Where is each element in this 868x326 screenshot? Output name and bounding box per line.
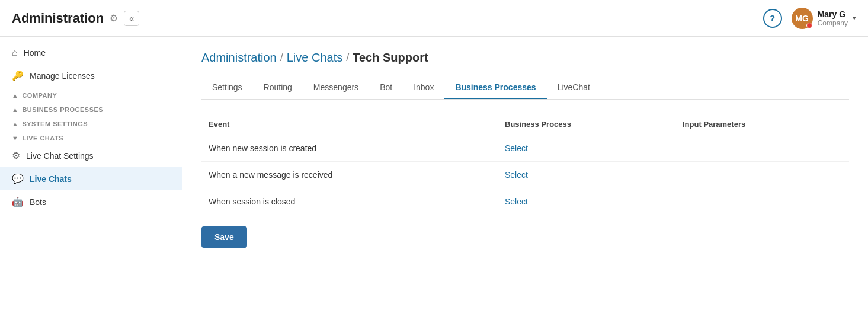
sidebar-item-bots[interactable]: 🤖 Bots bbox=[0, 190, 182, 213]
avatar: MG bbox=[792, 8, 813, 29]
sidebar-section-live-chats[interactable]: ▼ LIVE CHATS bbox=[0, 130, 182, 144]
breadcrumb: Administration / Live Chats / Tech Suppo… bbox=[201, 51, 849, 65]
table-row: When a new message is received Select bbox=[201, 162, 849, 188]
select-link-new-session[interactable]: Select bbox=[505, 143, 528, 153]
business-processes-arrow: ▲ bbox=[12, 106, 18, 113]
topbar: Administration ⚙ « ? MG Mary G Company ▾ bbox=[0, 0, 868, 37]
tab-messengers[interactable]: Messengers bbox=[303, 76, 369, 99]
input-params-session-closed bbox=[675, 188, 849, 215]
tabs: Settings Routing Messengers Bot Inbox Bu… bbox=[201, 76, 849, 100]
sidebar-item-live-chat-settings[interactable]: ⚙ Live Chat Settings bbox=[0, 144, 182, 167]
table-row: When session is closed Select bbox=[201, 188, 849, 215]
select-link-session-closed[interactable]: Select bbox=[505, 197, 528, 206]
user-company: Company bbox=[818, 19, 848, 27]
tab-livechat[interactable]: LiveChat bbox=[547, 76, 601, 99]
user-menu-chevron: ▾ bbox=[853, 14, 856, 22]
tab-routing[interactable]: Routing bbox=[253, 76, 303, 99]
input-params-new-message bbox=[675, 162, 849, 188]
tab-settings[interactable]: Settings bbox=[201, 76, 253, 99]
sidebar-label-live-chat-settings: Live Chat Settings bbox=[26, 151, 94, 161]
event-session-closed: When session is closed bbox=[201, 188, 498, 215]
input-params-new-session bbox=[675, 135, 849, 162]
breadcrumb-sep-1: / bbox=[280, 52, 283, 64]
main-layout: ⌂ Home 🔑 Manage Licenses ▲ COMPANY ▲ BUS… bbox=[0, 37, 868, 326]
tab-business-processes[interactable]: Business Processes bbox=[444, 76, 546, 99]
breadcrumb-sep-2: / bbox=[346, 52, 349, 64]
col-business-process: Business Process bbox=[498, 114, 675, 135]
sidebar-section-system-settings[interactable]: ▲ SYSTEM SETTINGS bbox=[0, 116, 182, 130]
license-icon: 🔑 bbox=[12, 70, 24, 81]
content-area: Administration / Live Chats / Tech Suppo… bbox=[182, 37, 868, 326]
live-chats-icon: 💬 bbox=[12, 173, 24, 184]
save-button[interactable]: Save bbox=[201, 226, 247, 248]
app-title: Administration bbox=[12, 11, 104, 26]
event-new-session: When new session is created bbox=[201, 135, 498, 162]
sidebar-section-business-processes[interactable]: ▲ BUSINESS PROCESSES bbox=[0, 101, 182, 116]
system-settings-label: SYSTEM SETTINGS bbox=[22, 120, 88, 127]
select-link-new-message[interactable]: Select bbox=[505, 170, 528, 180]
col-event: Event bbox=[201, 114, 498, 135]
event-new-message: When a new message is received bbox=[201, 162, 498, 188]
collapse-sidebar-button[interactable]: « bbox=[124, 11, 139, 26]
sidebar-item-manage-licenses[interactable]: 🔑 Manage Licenses bbox=[0, 64, 182, 87]
topbar-right: ? MG Mary G Company ▾ bbox=[763, 8, 856, 29]
sidebar-item-live-chats[interactable]: 💬 Live Chats bbox=[0, 167, 182, 190]
live-chat-settings-icon: ⚙ bbox=[12, 150, 20, 161]
sidebar-section-company[interactable]: ▲ COMPANY bbox=[0, 87, 182, 101]
breadcrumb-live-chats[interactable]: Live Chats bbox=[287, 51, 343, 65]
system-settings-arrow: ▲ bbox=[12, 120, 18, 127]
bots-icon: 🤖 bbox=[12, 196, 24, 207]
home-icon: ⌂ bbox=[12, 47, 18, 58]
bp-select-session-closed[interactable]: Select bbox=[498, 188, 675, 215]
topbar-left: Administration ⚙ « bbox=[12, 11, 139, 26]
sidebar-label-bots: Bots bbox=[30, 197, 46, 207]
breadcrumb-current: Tech Support bbox=[353, 51, 428, 65]
tab-inbox[interactable]: Inbox bbox=[403, 76, 444, 99]
sidebar-label-manage-licenses: Manage Licenses bbox=[30, 71, 95, 81]
settings-gear-icon[interactable]: ⚙ bbox=[110, 12, 118, 24]
live-chats-section-label: LIVE CHATS bbox=[22, 135, 63, 142]
col-input-parameters: Input Parameters bbox=[675, 114, 849, 135]
user-menu[interactable]: MG Mary G Company ▾ bbox=[792, 8, 856, 29]
breadcrumb-administration[interactable]: Administration bbox=[201, 51, 277, 65]
company-section-arrow: ▲ bbox=[12, 92, 18, 99]
user-info: Mary G Company bbox=[818, 9, 848, 27]
sidebar-label-home: Home bbox=[24, 48, 46, 57]
business-process-table: Event Business Process Input Parameters … bbox=[201, 114, 849, 215]
live-chats-arrow: ▼ bbox=[12, 135, 18, 142]
online-badge bbox=[806, 23, 812, 28]
user-name: Mary G bbox=[818, 9, 848, 19]
tab-bot[interactable]: Bot bbox=[369, 76, 403, 99]
help-button[interactable]: ? bbox=[763, 9, 782, 28]
sidebar-label-live-chats: Live Chats bbox=[30, 174, 72, 184]
sidebar-item-home[interactable]: ⌂ Home bbox=[0, 41, 182, 64]
bp-select-new-message[interactable]: Select bbox=[498, 162, 675, 188]
bp-select-new-session[interactable]: Select bbox=[498, 135, 675, 162]
business-processes-label: BUSINESS PROCESSES bbox=[22, 106, 103, 113]
company-section-label: COMPANY bbox=[22, 92, 57, 99]
sidebar: ⌂ Home 🔑 Manage Licenses ▲ COMPANY ▲ BUS… bbox=[0, 37, 182, 326]
table-row: When new session is created Select bbox=[201, 135, 849, 162]
